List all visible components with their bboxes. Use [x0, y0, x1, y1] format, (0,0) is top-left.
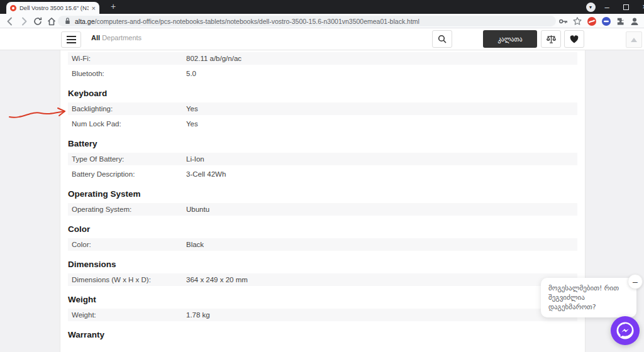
spec-rows: Weight: 1.78 kg: [68, 309, 577, 321]
scroll-top-button[interactable]: [626, 31, 642, 48]
spec-section: Dimensions Dimensions (W x H x D): 364 x…: [68, 260, 577, 286]
messenger-chat-icon[interactable]: [610, 316, 640, 346]
spec-value: Ubuntu: [186, 203, 209, 216]
spec-section: Color Color: Black: [68, 224, 577, 251]
home-icon[interactable]: [47, 16, 57, 26]
heart-icon: [569, 35, 579, 44]
spec-section-heading: Operating System: [68, 189, 577, 199]
spec-label: Type Of Battery:: [72, 153, 124, 165]
window-close-button[interactable]: ×: [638, 0, 644, 14]
back-icon[interactable]: [5, 16, 15, 26]
spec-row: Num Lock Pad: Yes: [68, 118, 577, 130]
spec-section: Battery Type Of Battery: Li-Ion Battery …: [68, 139, 577, 180]
compare-button[interactable]: [541, 30, 561, 48]
spec-label: Dimensions (W x H x D):: [72, 273, 151, 286]
spec-section: Weight Weight: 1.78 kg: [68, 295, 577, 321]
spec-row: Dimensions (W x H x D): 364 x 249 x 20 m…: [68, 273, 577, 286]
spec-section-heading: Battery: [68, 139, 577, 149]
spec-rows: Dimensions (W x H x D): 364 x 249 x 20 m…: [68, 273, 577, 286]
spec-value: 802.11 a/b/g/n/ac: [186, 52, 242, 65]
spec-label: Num Lock Pad:: [72, 118, 121, 130]
page-body: Wi-Fi: 802.11 a/b/g/n/ac Bluetooth: 5.0 …: [0, 50, 644, 352]
spec-value: Li-Ion: [186, 153, 204, 165]
spec-section-heading: Color: [68, 224, 577, 234]
chat-greeting-bubble[interactable]: მოგესალმებით! რით შეგვიძლია დაგეხმაროთ?: [541, 278, 636, 317]
extensions-puzzle-icon[interactable]: [616, 16, 626, 26]
browser-update-icon[interactable]: ▾: [585, 0, 596, 14]
wishlist-button[interactable]: [564, 30, 584, 48]
bookmark-star-icon[interactable]: [572, 16, 582, 26]
spec-row: Wi-Fi: 802.11 a/b/g/n/ac: [68, 52, 577, 65]
chat-minimize-button[interactable]: –: [628, 274, 643, 289]
extension-blue-icon[interactable]: [601, 16, 611, 26]
address-bar[interactable]: alta.ge/computers-and-office/pcs-noteboo…: [58, 16, 556, 26]
spec-rows: Type Of Battery: Li-Ion Battery Descript…: [68, 153, 577, 180]
forward-icon[interactable]: [19, 16, 29, 26]
spec-row: Backlighting: Yes: [68, 102, 577, 115]
product-specs-panel: Wi-Fi: 802.11 a/b/g/n/ac Bluetooth: 5.0 …: [60, 50, 586, 352]
spec-label: Operating System:: [72, 203, 131, 216]
spec-label: Weight:: [72, 309, 96, 321]
spec-row: Type Of Battery: Li-Ion: [68, 153, 577, 165]
tab-title: Dell Vostro 3500 15.6" (N3001VN: [19, 4, 89, 11]
departments-menu-button[interactable]: [61, 31, 81, 48]
spec-value: Yes: [186, 118, 198, 130]
browser-tab[interactable]: Dell Vostro 3500 15.6" (N3001VN ×: [6, 2, 99, 14]
site-header: All Departments კალათა: [0, 28, 644, 50]
spec-value: 1.78 kg: [186, 309, 210, 321]
search-button[interactable]: [432, 30, 452, 48]
arrow-up-icon: [631, 38, 637, 42]
reload-icon[interactable]: [33, 16, 43, 26]
password-key-icon[interactable]: [558, 16, 569, 26]
spec-list: Wi-Fi: 802.11 a/b/g/n/ac Bluetooth: 5.0 …: [68, 50, 577, 340]
profile-avatar-icon[interactable]: [630, 16, 640, 26]
spec-section: Warranty: [68, 330, 577, 340]
spec-section-heading: Weight: [68, 295, 577, 305]
extension-red-icon[interactable]: [587, 16, 597, 26]
tab-strip: Dell Vostro 3500 15.6" (N3001VN × + ▾ – …: [0, 0, 644, 14]
spec-section-heading: Warranty: [68, 330, 577, 340]
browser-window: Dell Vostro 3500 15.6" (N3001VN × + ▾ – …: [0, 0, 644, 352]
window-minimize-button[interactable]: –: [600, 0, 614, 14]
site-favicon: [10, 5, 16, 11]
spec-section: Operating System Operating System: Ubunt…: [68, 189, 577, 216]
spec-value: Yes: [186, 102, 198, 115]
url-path: /computers-and-office/pcs-notebooks-tabl…: [95, 18, 419, 25]
search-icon: [437, 34, 447, 44]
url-text: alta.ge/computers-and-office/pcs-noteboo…: [75, 18, 419, 25]
spec-value: 5.0: [186, 67, 196, 80]
spec-label: Backlighting:: [72, 102, 113, 115]
spec-row: Operating System: Ubuntu: [68, 203, 577, 216]
spec-rows: Backlighting: Yes Num Lock Pad: Yes: [68, 102, 577, 130]
tab-close-icon[interactable]: ×: [92, 4, 96, 12]
spec-value: Black: [186, 238, 204, 251]
spec-rows: Color: Black: [68, 238, 577, 251]
spec-rows: Wi-Fi: 802.11 a/b/g/n/ac Bluetooth: 5.0: [68, 52, 577, 80]
window-restore-button[interactable]: [619, 0, 633, 14]
spec-section: Wi-Fi: 802.11 a/b/g/n/ac Bluetooth: 5.0: [68, 50, 577, 80]
spec-label: Bluetooth:: [72, 67, 104, 80]
spec-row: Weight: 1.78 kg: [68, 309, 577, 321]
new-tab-button[interactable]: +: [107, 1, 119, 13]
spec-label: Color:: [72, 238, 91, 251]
spec-value: 364 x 249 x 20 mm: [186, 273, 248, 286]
url-domain: alta.ge: [75, 18, 95, 25]
spec-row: Color: Black: [68, 238, 577, 251]
spec-section-heading: Dimensions: [68, 260, 577, 270]
spec-rows: Operating System: Ubuntu: [68, 203, 577, 216]
spec-label: Wi-Fi:: [72, 52, 91, 65]
spec-label: Battery Description:: [72, 168, 135, 180]
lock-icon: [64, 17, 71, 25]
spec-row: Bluetooth: 5.0: [68, 67, 577, 80]
compare-scales-icon: [545, 33, 557, 45]
cart-button[interactable]: კალათა: [483, 30, 537, 48]
spec-section-heading: Keyboard: [68, 89, 577, 99]
spec-row: Battery Description: 3-Cell 42Wh: [68, 168, 577, 180]
spec-section: Keyboard Backlighting: Yes Num Lock Pad:…: [68, 89, 577, 130]
spec-value: 3-Cell 42Wh: [186, 168, 226, 180]
all-departments-label[interactable]: All Departments: [91, 34, 142, 41]
